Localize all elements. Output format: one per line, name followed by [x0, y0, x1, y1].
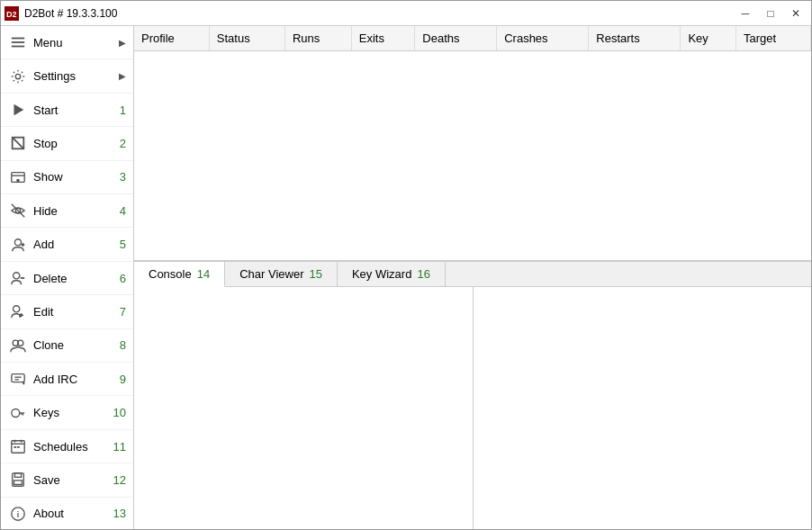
sidebar-label-stop: Stop	[33, 137, 120, 150]
sidebar-label-start: Start	[33, 103, 120, 117]
sidebar-item-save[interactable]: Save12	[1, 463, 133, 497]
sidebar-item-show[interactable]: Show3	[1, 161, 133, 194]
tab-console[interactable]: Console14	[134, 262, 225, 287]
table-header-runs: Runs	[284, 26, 351, 51]
sidebar-item-add-irc[interactable]: Add IRC9	[1, 363, 133, 396]
sidebar-label-edit: Edit	[33, 305, 120, 319]
window-title: D2Bot # 19.3.3.100	[24, 7, 117, 20]
sidebar-label-hide: Hide	[33, 204, 120, 218]
tab-key-wizard[interactable]: Key Wizard16	[338, 262, 446, 286]
sidebar-number-clone: 8	[120, 338, 126, 352]
close-button[interactable]: ✕	[784, 4, 807, 22]
sidebar-item-add[interactable]: Add5	[1, 228, 133, 261]
svg-point-11	[16, 179, 20, 183]
window-controls: ─ □ ✕	[734, 4, 807, 22]
sidebar-number-schedules: 11	[113, 440, 126, 454]
table-header-status: Status	[209, 26, 284, 51]
svg-rect-39	[14, 481, 23, 485]
svg-rect-35	[14, 446, 17, 448]
svg-point-17	[14, 273, 20, 279]
table-header-exits: Exits	[351, 26, 415, 51]
about-icon: i	[8, 504, 28, 524]
tab-number-key-wizard: 16	[417, 267, 429, 281]
svg-text:D2: D2	[6, 10, 17, 19]
sidebar-number-stop: 2	[120, 137, 126, 150]
sidebar-arrow-menu: ▶	[119, 38, 126, 48]
tab-label-key-wizard: Key Wizard	[352, 267, 411, 281]
sidebar-number-keys: 10	[113, 406, 126, 419]
sidebar-label-keys: Keys	[33, 406, 113, 419]
tab-content	[134, 287, 811, 530]
svg-rect-22	[12, 374, 24, 382]
tab-char-viewer[interactable]: Char Viewer15	[225, 262, 338, 286]
sidebar-label-add-irc: Add IRC	[33, 373, 120, 386]
sidebar-item-keys[interactable]: Keys10	[1, 396, 133, 429]
svg-text:i: i	[17, 509, 20, 518]
sidebar-number-add-irc: 9	[120, 373, 126, 386]
add-icon	[8, 235, 28, 255]
hide-icon	[8, 201, 28, 220]
sidebar-item-stop[interactable]: Stop2	[1, 127, 133, 160]
tab-label-char-viewer: Char Viewer	[239, 267, 303, 281]
sidebar-number-hide: 4	[120, 204, 126, 218]
content-area: ProfileStatusRunsExitsDeathsCrashesResta…	[134, 26, 811, 530]
sidebar-label-delete: Delete	[33, 272, 120, 285]
sidebar-label-add: Add	[33, 238, 120, 251]
profile-table: ProfileStatusRunsExitsDeathsCrashesResta…	[134, 26, 811, 51]
maximize-button[interactable]: □	[759, 4, 782, 22]
add-irc-icon	[8, 369, 28, 389]
sidebar-item-hide[interactable]: Hide4	[1, 194, 133, 228]
table-header-key: Key	[681, 26, 736, 51]
svg-rect-36	[17, 446, 20, 448]
sidebar-item-start[interactable]: Start1	[1, 94, 133, 127]
delete-icon	[8, 268, 28, 288]
sidebar-item-edit[interactable]: Edit7	[1, 295, 133, 328]
main-layout: Menu▶Settings▶Start1Stop2Show3Hide4Add5D…	[1, 26, 811, 530]
sidebar-item-delete[interactable]: Delete6	[1, 262, 133, 295]
svg-rect-38	[14, 473, 21, 478]
sidebar-label-menu: Menu	[33, 36, 115, 49]
keys-icon	[8, 403, 28, 423]
bottom-panel: Console14Char Viewer15Key Wizard16	[134, 261, 811, 530]
sidebar-number-edit: 7	[120, 305, 126, 319]
sidebar-item-about[interactable]: iAbout13	[1, 498, 133, 530]
title-bar: D2 D2Bot # 19.3.3.100 ─ □ ✕	[1, 1, 811, 26]
sidebar-label-show: Show	[33, 170, 120, 184]
svg-marker-6	[14, 104, 24, 116]
save-icon	[8, 470, 28, 490]
sidebar-number-start: 1	[120, 103, 126, 117]
sidebar-number-add: 5	[120, 238, 126, 251]
tab-label-console: Console	[149, 267, 192, 281]
app-icon: D2	[5, 6, 19, 21]
table-header-deaths: Deaths	[415, 26, 497, 51]
sidebar-number-save: 12	[113, 473, 126, 487]
profile-table-area: ProfileStatusRunsExitsDeathsCrashesResta…	[134, 26, 811, 261]
svg-point-5	[15, 74, 20, 78]
svg-line-8	[13, 138, 24, 149]
sidebar: Menu▶Settings▶Start1Stop2Show3Hide4Add5D…	[1, 26, 134, 530]
table-header-crashes: Crashes	[497, 26, 589, 51]
tab-number-console: 14	[197, 267, 210, 281]
minimize-button[interactable]: ─	[734, 4, 757, 22]
sidebar-label-about: About	[33, 507, 113, 520]
sidebar-label-schedules: Schedules	[33, 440, 113, 454]
table-header-restarts: Restarts	[589, 26, 681, 51]
sidebar-number-delete: 6	[120, 272, 126, 285]
sidebar-arrow-settings: ▶	[119, 71, 126, 81]
svg-point-27	[12, 409, 20, 417]
right-panel	[474, 287, 812, 530]
console-area	[134, 287, 474, 530]
title-bar-left: D2 D2Bot # 19.3.3.100	[5, 6, 117, 21]
sidebar-number-show: 3	[120, 170, 126, 184]
table-header-profile: Profile	[134, 26, 209, 51]
stop-icon	[8, 133, 28, 153]
sidebar-item-schedules[interactable]: Schedules11	[1, 430, 133, 463]
svg-point-14	[14, 238, 21, 245]
sidebar-item-menu[interactable]: Menu▶	[1, 26, 133, 59]
sidebar-item-settings[interactable]: Settings▶	[1, 59, 133, 93]
svg-point-19	[14, 306, 20, 312]
table-header-target: Target	[735, 26, 810, 51]
edit-icon	[8, 301, 28, 321]
sidebar-label-settings: Settings	[33, 69, 115, 83]
sidebar-item-clone[interactable]: Clone8	[1, 329, 133, 363]
